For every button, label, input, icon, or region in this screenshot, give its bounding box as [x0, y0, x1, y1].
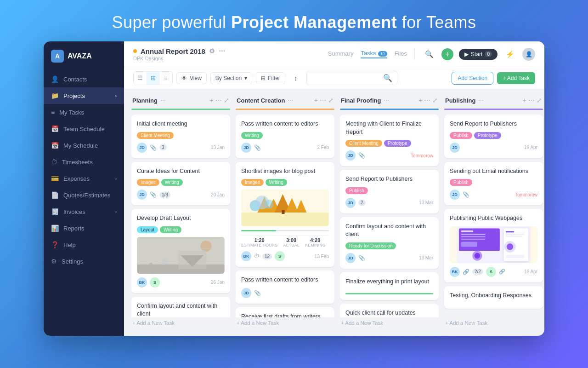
table-view-button[interactable]: ≡ — [159, 72, 172, 85]
card-title: Develop Draft Layout — [137, 214, 225, 223]
task-card[interactable]: Pass written content to editorsWritingJD… — [236, 115, 334, 158]
card-title: Shortlist images for blog post — [241, 167, 329, 176]
task-card[interactable]: Finalize everything in print layout — [340, 272, 439, 300]
view-toggle: ☰ ⊞ ≡ — [133, 71, 173, 85]
sidebar-item-settings[interactable]: ⚙Settings — [44, 253, 124, 270]
col-more-button[interactable]: ⋯ — [215, 97, 222, 104]
task-card[interactable]: Confirm layout and content with clientRe… — [131, 297, 230, 318]
task-card[interactable]: Send Report to PublishersPublishPrototyp… — [444, 115, 543, 158]
view-dropdown[interactable]: 👁 View — [176, 72, 207, 84]
task-card[interactable]: Quick client call for updatesWritingJD1/… — [340, 304, 439, 317]
col-options-icon: ⋯ — [288, 97, 293, 104]
grid-view-button[interactable]: ⊞ — [147, 72, 159, 85]
nav-tab-summary[interactable]: Summary — [328, 50, 354, 58]
filter-button[interactable]: ⊟ Filter — [256, 72, 285, 84]
card-title: Send Report to Publishers — [450, 120, 537, 128]
extra-avatar: S — [275, 251, 285, 261]
col-add-button[interactable]: + — [314, 97, 318, 104]
col-expand-button[interactable]: ⤢ — [224, 97, 229, 104]
col-add-button[interactable]: + — [523, 97, 526, 104]
avatar: JD — [345, 198, 356, 208]
card-date: 13 Mar — [419, 255, 433, 260]
main-content: Annual Report 2018 ⚙ ⋯ DPK Designs Summa… — [124, 41, 544, 336]
tag: Client Meeting — [137, 132, 174, 139]
col-more-button[interactable]: ⋯ — [424, 97, 430, 104]
sidebar-item-help[interactable]: ❓Help — [44, 236, 124, 253]
start-timer-button[interactable]: ▶ Start 0 — [459, 49, 498, 60]
sidebar-label: Team Schedule — [63, 126, 105, 132]
sidebar-item-my-schedule[interactable]: 📅My Schedule — [44, 137, 124, 154]
search-input[interactable] — [311, 75, 380, 81]
quotes-icon: 📄 — [51, 191, 59, 199]
card-meta: 2/2 — [472, 269, 483, 275]
task-card[interactable]: Initial client meetingClient MeetingJD📎3… — [131, 115, 230, 158]
hero-title-light: Super powerful — [112, 13, 231, 32]
tag: Writing — [160, 226, 181, 233]
sidebar-item-team-schedule[interactable]: 📅Team Schedule — [44, 121, 124, 137]
task-card[interactable]: Pass written content to editorsJD📎 — [236, 270, 334, 304]
card-icon: 📎 — [358, 255, 365, 261]
col-add-button[interactable]: + — [418, 97, 422, 104]
task-card[interactable]: Curate Ideas for ContentImagesWritingJD📎… — [131, 162, 230, 206]
sidebar-item-invoices[interactable]: 🧾Invoices› — [44, 203, 124, 220]
settings-icon[interactable]: ⚙ — [209, 47, 215, 55]
col-title-planning: Planning — [132, 97, 158, 104]
app-window: A AVAZA 👤Contacts📁Projects›≡My Tasks📅Tea… — [44, 41, 544, 336]
user-avatar[interactable]: 👤 — [522, 48, 535, 61]
task-card[interactable]: Publishing Public Webpages BK🔗2/2S🔗18 Ap… — [444, 209, 543, 282]
section-dropdown[interactable]: By Section ▾ — [210, 72, 252, 84]
task-card[interactable]: Confirm layout and content with clientRe… — [340, 217, 439, 269]
nav-tab-tasks[interactable]: Tasks10 — [361, 50, 387, 58]
svg-rect-15 — [282, 210, 285, 214]
sidebar-item-projects[interactable]: 📁Projects› — [44, 87, 124, 104]
more-icon[interactable]: ⋯ — [219, 47, 225, 55]
col-expand-button[interactable]: ⤢ — [328, 97, 334, 104]
card-icon: 🔗 — [463, 269, 469, 275]
card-meta: 1/3 — [159, 192, 170, 198]
add-task-publishing[interactable]: + Add a New Task — [444, 317, 543, 328]
add-task-content-creation[interactable]: + Add a New Task — [236, 317, 334, 328]
add-section-button[interactable]: Add Section — [452, 72, 493, 85]
card-footer: JD📎313 Jan — [137, 143, 225, 153]
invoices-icon: 🧾 — [51, 208, 59, 215]
card-date: 26 Jan — [211, 280, 225, 285]
svg-rect-21 — [461, 230, 473, 232]
sidebar-item-expenses[interactable]: 💳Expenses› — [44, 170, 124, 187]
lightning-icon[interactable]: ⚡ — [503, 47, 517, 61]
col-expand-button[interactable]: ⤢ — [432, 97, 438, 104]
col-options-icon: ⋯ — [478, 97, 484, 104]
sort-button[interactable]: ↕ — [289, 71, 303, 85]
col-more-button[interactable]: ⋯ — [528, 97, 535, 104]
col-add-button[interactable]: + — [210, 97, 214, 104]
sidebar-item-my-tasks[interactable]: ≡My Tasks — [44, 104, 124, 121]
search-button[interactable]: 🔍 — [422, 47, 436, 61]
col-bar — [340, 109, 439, 110]
task-card[interactable]: Meeting with Client to Finalize ReportCl… — [340, 115, 439, 166]
sidebar-item-reports[interactable]: 📊Reports — [44, 220, 124, 236]
avatar: JD — [345, 253, 356, 263]
nav-tab-files[interactable]: Files — [395, 50, 407, 58]
task-card[interactable]: Develop Draft LayoutLayoutWriting BKS26 … — [131, 209, 230, 293]
add-task-button[interactable]: + Add Task — [497, 72, 535, 84]
task-card[interactable]: Testing, Onboarding Responses — [444, 286, 543, 309]
card-title: Publishing Public Webpages — [450, 214, 537, 223]
svg-point-3 — [201, 241, 212, 252]
col-cards-publishing: Send Report to PublishersPublishPrototyp… — [444, 115, 543, 317]
add-task-final-proofing[interactable]: + Add a New Task — [340, 317, 439, 328]
list-view-button[interactable]: ☰ — [134, 72, 147, 85]
col-expand-button[interactable]: ⤢ — [537, 97, 542, 104]
col-more-button[interactable]: ⋯ — [320, 97, 326, 104]
task-card[interactable]: Shortlist images for blog postImagesWrit… — [236, 162, 334, 267]
sidebar-item-timesheets[interactable]: ⏱Timesheets — [44, 154, 124, 170]
sidebar-nav: 👤Contacts📁Projects›≡My Tasks📅Team Schedu… — [44, 71, 124, 270]
add-task-planning[interactable]: + Add a New Task — [131, 317, 230, 328]
task-card[interactable]: Sending out Email notificationsPublishJD… — [444, 162, 543, 206]
add-button[interactable]: + — [441, 48, 453, 60]
sidebar-item-contacts[interactable]: 👤Contacts — [44, 71, 124, 87]
card-date: 13 Jan — [211, 145, 225, 150]
search-icon: 🔍 — [383, 74, 392, 82]
task-card[interactable]: Send Report to PublishersPublishJD213 Ma… — [340, 170, 439, 213]
task-card[interactable]: Receive first drafts from writersLayoutJ… — [236, 307, 334, 318]
card-icon: 📎 — [150, 144, 157, 151]
sidebar-item-quotes[interactable]: 📄Quotes/Estimates — [44, 187, 124, 203]
